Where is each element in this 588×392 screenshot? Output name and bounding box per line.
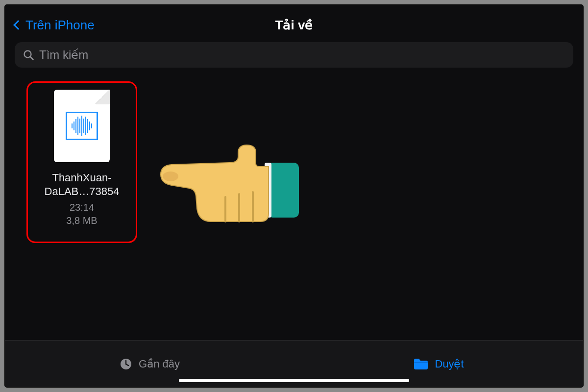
file-time: 23:14	[70, 202, 94, 213]
tab-browse-label: Duyệt	[435, 358, 464, 370]
svg-line-1	[30, 57, 33, 59]
nav-header: Trên iPhone Tải về	[5, 11, 583, 39]
home-indicator[interactable]	[179, 379, 409, 382]
pointing-hand-icon	[152, 135, 304, 238]
search-icon	[23, 49, 34, 61]
search-input[interactable]	[39, 48, 565, 62]
svg-point-4	[163, 172, 178, 181]
file-grid: ThanhXuan- DaLAB…73854 23:14 3,8 MB	[5, 76, 583, 340]
waveform-icon	[66, 112, 98, 140]
search-field[interactable]	[15, 42, 573, 68]
page-title: Tải về	[275, 18, 313, 33]
file-name: ThanhXuan- DaLAB…73854	[45, 171, 120, 198]
audio-file-icon	[54, 90, 110, 162]
search-wrap	[5, 39, 583, 76]
chevron-left-icon	[13, 20, 23, 30]
svg-rect-6	[414, 362, 428, 363]
file-meta: 23:14 3,8 MB	[66, 201, 97, 227]
svg-rect-3	[265, 163, 271, 218]
clock-icon	[119, 357, 133, 371]
svg-rect-2	[268, 163, 299, 218]
back-button[interactable]: Trên iPhone	[15, 18, 95, 33]
files-app-screen: Trên iPhone Tải về	[5, 5, 583, 387]
back-label: Trên iPhone	[25, 18, 95, 33]
folder-icon	[413, 358, 429, 370]
tab-bar: Gần đây Duyệt	[5, 340, 583, 387]
file-item-audio[interactable]: ThanhXuan- DaLAB…73854 23:14 3,8 MB	[26, 81, 137, 243]
file-size: 3,8 MB	[66, 215, 97, 226]
tab-recents-label: Gần đây	[139, 358, 180, 370]
